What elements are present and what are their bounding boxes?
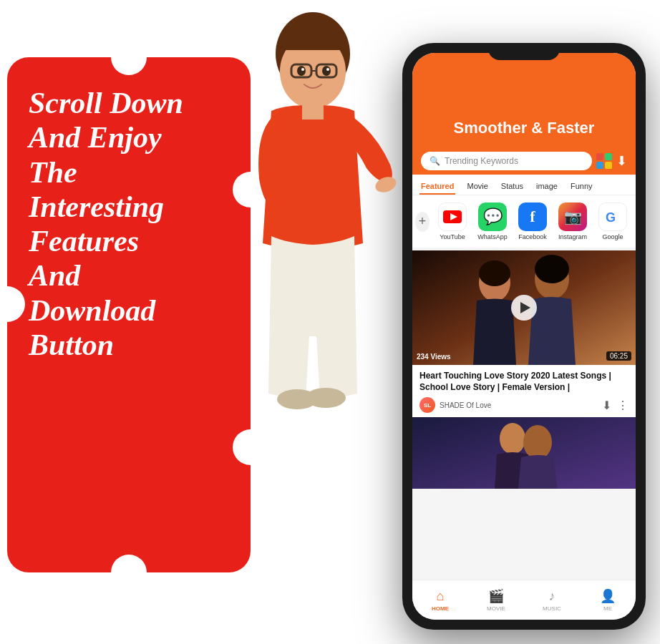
- person-figure: [220, 0, 406, 494]
- app-header: Smoother & Faster: [412, 53, 636, 146]
- app-icon-instagram[interactable]: 📷 Instagram: [555, 203, 590, 240]
- video-more-icon[interactable]: ⋮: [617, 399, 629, 412]
- tab-funny[interactable]: Funny: [569, 179, 594, 195]
- search-bar: 🔍 Trending Keywords ⬇: [412, 146, 636, 175]
- nav-music[interactable]: ♪ MUSIC: [524, 589, 580, 612]
- channel-name: SHADE Of Love: [440, 401, 491, 409]
- phone-shell: Smoother & Faster 🔍 Trending Keywords ⬇ …: [402, 43, 646, 630]
- profile-icon: 👤: [600, 588, 616, 604]
- video-download-icon[interactable]: ⬇: [602, 399, 611, 412]
- grid-icon[interactable]: [596, 153, 612, 169]
- tab-status[interactable]: Status: [500, 179, 525, 195]
- phone-container: Smoother & Faster 🔍 Trending Keywords ⬇ …: [402, 43, 646, 630]
- search-action-icons: ⬇: [596, 153, 627, 169]
- app-icon-youtube[interactable]: YouTube: [435, 203, 470, 240]
- instagram-label: Instagram: [558, 233, 587, 240]
- add-button[interactable]: +: [415, 212, 430, 232]
- app-header-title: Smoother & Faster: [454, 119, 595, 137]
- puzzle-notch-bottom: [111, 555, 147, 590]
- video-info: Heart Touching Love Story 2020 Latest So…: [412, 365, 636, 417]
- phone-screen: Smoother & Faster 🔍 Trending Keywords ⬇ …: [412, 53, 636, 620]
- google-icon: G: [598, 203, 627, 231]
- app-icon-whatsapp[interactable]: 💬 WhatsApp: [475, 203, 510, 240]
- video-actions: ⬇ ⋮: [602, 399, 629, 412]
- movie-icon: 🎬: [488, 588, 504, 604]
- play-triangle-icon: [520, 302, 530, 313]
- nav-movie-label: MOVIE: [487, 605, 505, 612]
- video-thumbnail-2[interactable]: [412, 417, 636, 489]
- channel-avatar: SL: [419, 397, 435, 413]
- bottom-nav: ⌂ HOME 🎬 MOVIE ♪ MUSIC 👤 ME: [412, 580, 636, 620]
- channel-info: SL SHADE Of Love: [419, 397, 491, 413]
- svg-point-10: [322, 66, 331, 76]
- svg-point-19: [479, 260, 510, 286]
- app-icon-google[interactable]: G Google: [596, 203, 630, 240]
- tab-image[interactable]: image: [535, 179, 559, 195]
- nav-movie[interactable]: 🎬 MOVIE: [468, 588, 524, 612]
- puzzle-notch-top: [111, 39, 147, 75]
- video-title: Heart Touching Love Story 2020 Latest So…: [419, 371, 629, 393]
- video-duration: 06:25: [606, 351, 631, 361]
- svg-rect-5: [302, 104, 324, 119]
- whatsapp-label: WhatsApp: [477, 233, 508, 240]
- video-channel-row: SL SHADE Of Love ⬇ ⋮: [419, 397, 629, 413]
- instagram-icon: 📷: [558, 203, 587, 231]
- svg-text:G: G: [606, 210, 616, 225]
- search-input[interactable]: 🔍 Trending Keywords: [421, 152, 592, 170]
- video-views: 234 Views: [417, 353, 451, 361]
- google-label: Google: [602, 233, 623, 240]
- nav-me[interactable]: 👤 ME: [580, 588, 636, 612]
- headline-text: Scroll DownAnd EnjoyTheInterestingFeatur…: [14, 79, 236, 369]
- music-icon: ♪: [549, 589, 555, 604]
- search-icon: 🔍: [430, 156, 440, 166]
- svg-point-12: [326, 68, 329, 71]
- facebook-icon: f: [518, 203, 547, 231]
- download-icon[interactable]: ⬇: [616, 153, 627, 169]
- svg-point-11: [301, 68, 304, 71]
- youtube-icon: [438, 203, 467, 231]
- nav-me-label: ME: [603, 605, 612, 612]
- video-thumbnail[interactable]: 234 Views 06:25: [412, 250, 636, 365]
- svg-point-20: [535, 255, 569, 283]
- nav-home-label: HOME: [432, 605, 449, 612]
- svg-point-22: [500, 423, 525, 454]
- tab-featured[interactable]: Featured: [419, 179, 455, 195]
- video-card: 234 Views 06:25 Heart Touching Love Stor…: [412, 250, 636, 417]
- tab-bar: Featured Movie Status image Funny: [412, 175, 636, 195]
- tab-movie[interactable]: Movie: [465, 179, 489, 195]
- nav-music-label: MUSIC: [543, 605, 561, 612]
- home-icon: ⌂: [437, 589, 445, 604]
- search-placeholder: Trending Keywords: [445, 156, 518, 166]
- whatsapp-icon: 💬: [478, 203, 507, 231]
- svg-point-8: [306, 388, 346, 408]
- facebook-label: Facebook: [518, 233, 547, 240]
- play-button[interactable]: [511, 295, 537, 321]
- phone-notch: [488, 43, 560, 60]
- app-icon-facebook[interactable]: f Facebook: [515, 203, 550, 240]
- youtube-label: YouTube: [440, 233, 465, 240]
- app-icons-row: + YouTube 💬 WhatsApp f: [412, 195, 636, 248]
- nav-home[interactable]: ⌂ HOME: [412, 589, 468, 612]
- svg-point-9: [297, 66, 306, 76]
